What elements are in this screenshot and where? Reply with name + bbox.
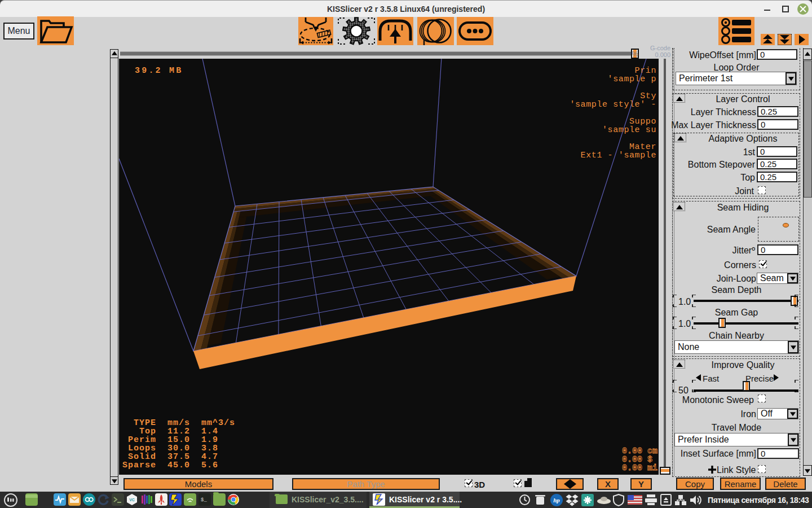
svg-text:hp: hp [553, 497, 560, 503]
svg-text:VC: VC [129, 498, 135, 502]
svg-text:$_: $_ [201, 497, 207, 503]
